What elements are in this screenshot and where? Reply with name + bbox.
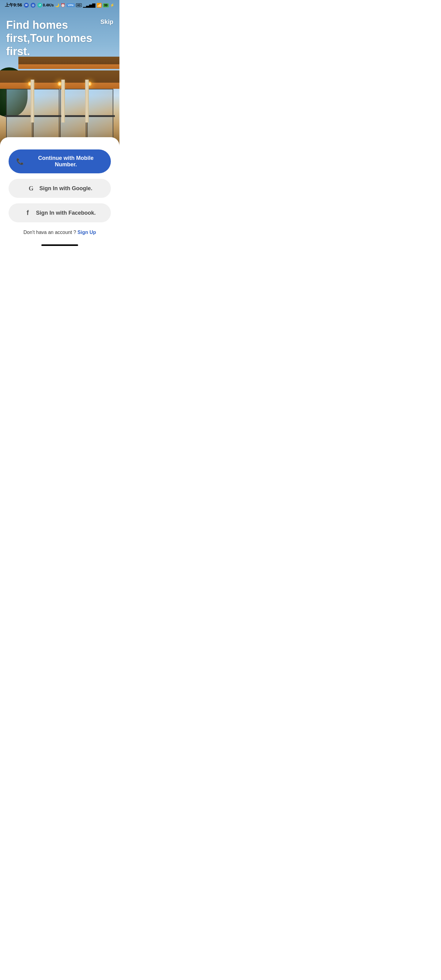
status-bar: 上午9:56 ✉ ◎ ↺ 0.4K/s 🌙 ⏰ VPN HD ▁▃▅▇ 📶 99… (0, 0, 119, 9)
status-indicators: 0.4K/s 🌙 ⏰ VPN HD ▁▃▅▇ 📶 99 ⚡ (43, 3, 115, 8)
skip-button[interactable]: Skip (100, 18, 113, 25)
upper-soffit (18, 64, 119, 69)
glass-panel-1 (6, 89, 32, 116)
ceiling-lights-area (15, 81, 104, 86)
facebook-button-label: Sign In with Facebook. (36, 210, 96, 216)
vpn-badge: VPN (67, 3, 75, 7)
notification-icon-3: ↺ (37, 3, 42, 8)
hero-title: Find homes first,Tour homes first. (6, 18, 95, 58)
mobile-number-button[interactable]: 📞 Continue with Mobile Number. (9, 150, 111, 173)
google-icon: G (27, 185, 35, 192)
facebook-signin-button[interactable]: f Sign In with Facebook. (9, 204, 111, 222)
signup-link[interactable]: Sign Up (78, 230, 96, 235)
facebook-icon: f (24, 209, 32, 217)
moon-icon: 🌙 (55, 3, 59, 7)
pillar-3 (85, 80, 89, 123)
status-time-area: 上午9:56 ✉ ◎ ↺ (5, 2, 42, 8)
glass-panel-4 (87, 89, 113, 116)
notification-icon-2: ◎ (30, 3, 35, 8)
network-speed: 0.4K/s (43, 3, 54, 7)
house-illustration (0, 43, 119, 147)
phone-icon: 📞 (16, 158, 24, 165)
charging-icon: ⚡ (110, 3, 115, 7)
battery-level: 99 (103, 3, 109, 7)
pillar-1 (30, 80, 34, 123)
glass-panel-2 (33, 89, 59, 116)
signal-icon: ▁▃▅▇ (83, 3, 95, 8)
wifi-icon: 📶 (97, 3, 102, 8)
mobile-button-label: Continue with Mobile Number. (28, 155, 103, 168)
pillar-2 (61, 80, 65, 123)
hero-section: Find homes first,Tour homes first. Skip (0, 0, 119, 147)
notification-icon-1: ✉ (24, 3, 29, 8)
bottom-card: 📞 Continue with Mobile Number. G Sign In… (0, 137, 119, 261)
no-account-text: Don't hava an account ? (24, 230, 76, 235)
hd-badge: HD (76, 3, 82, 7)
time-display: 上午9:56 (5, 2, 22, 8)
signup-section: Don't hava an account ? Sign Up (9, 230, 111, 235)
hero-text-area: Find homes first,Tour homes first. (6, 18, 95, 58)
google-signin-button[interactable]: G Sign In with Google. (9, 179, 111, 198)
home-indicator (41, 244, 78, 246)
google-button-label: Sign In with Google. (40, 185, 92, 192)
upper-glass-wall (6, 89, 113, 116)
alarm-icon: ⏰ (60, 3, 65, 7)
